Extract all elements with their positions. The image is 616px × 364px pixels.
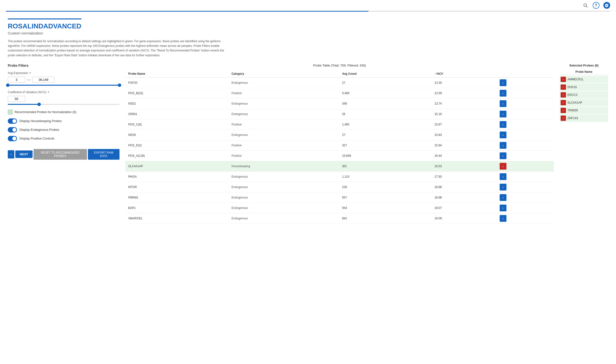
category-cell: Endogenous (229, 78, 339, 88)
cv-cell: 13.30 (432, 78, 497, 88)
toggle-endogenous[interactable] (8, 127, 17, 132)
add-probe-button[interactable]: › (500, 111, 506, 117)
table-row: SMARCB1 Endogenous 842 19.09 › (125, 213, 554, 223)
cv-cell: 15.84 (432, 140, 497, 150)
probe-name-cell: RHOA (125, 171, 229, 182)
cv-cell: 18.88 (432, 182, 497, 192)
category-cell: Positive (229, 150, 339, 161)
col-cv[interactable]: ↑%CV (432, 70, 497, 78)
add-probe-button[interactable]: › (500, 79, 506, 86)
probe-name-cell: POS_B(32) (125, 88, 229, 98)
table-row: HES5 Endogenous 27 15.83 › (125, 130, 554, 140)
add-probe-button[interactable]: › (500, 194, 506, 201)
reset-button[interactable]: RESET TO RECOMMENDED PROBES (34, 149, 87, 160)
list-item: ‹ ZNF143 (560, 115, 608, 122)
category-cell: Endogenous (229, 130, 339, 140)
add-probe-button[interactable]: › (500, 173, 506, 180)
category-cell: Housekeeping (229, 161, 339, 171)
selected-items-container: ‹ AMMECR1L ‹ DHX16 ‹ ERCC3 ‹ SLC4A1AP ‹ … (560, 76, 608, 122)
remove-selected-button[interactable]: ‹ (561, 84, 566, 90)
remove-selected-button[interactable]: ‹ (561, 108, 566, 113)
progress-bar-container (0, 11, 616, 12)
add-probe-button[interactable]: › (500, 205, 506, 211)
selected-col-header: Probe Name (560, 69, 608, 75)
table-row: MTOR Endogenous 228 18.88 › (125, 182, 554, 192)
probe-name-cell: BAP1 (125, 203, 229, 213)
toggle-positive[interactable] (8, 136, 17, 141)
table-row: RHOA Endogenous 1,110 17.93 › (125, 171, 554, 182)
description-text: The probes recommended for normalization… (8, 39, 226, 58)
prev-button[interactable]: ‹ (8, 150, 14, 158)
add-probe-button[interactable]: › (500, 152, 506, 159)
list-item: ‹ AMMECR1L (560, 76, 608, 83)
svg-line-1 (586, 6, 588, 8)
col-avg-count: Avg Count (339, 70, 432, 78)
toggle-housekeeping[interactable] (8, 118, 17, 124)
cv-cell: 15.67 (432, 119, 497, 130)
probe-table: Probe Name Category Avg Count ↑%CV FGF20… (125, 70, 554, 224)
probe-name-cell: SMARCB1 (125, 213, 229, 223)
add-probe-button[interactable]: › (500, 121, 506, 128)
add-probe-button[interactable]: › (500, 100, 506, 107)
list-item: ‹ ERCC3 (560, 91, 608, 99)
category-cell: Positive (229, 88, 339, 98)
search-icon[interactable] (582, 2, 589, 9)
action-cell: › (497, 192, 554, 203)
probe-name-cell: GRIN1 (125, 109, 229, 119)
next-button[interactable]: NEXT (15, 150, 33, 158)
cv-slider[interactable] (8, 104, 120, 105)
table-row: POS_C(8) Positive 1,465 15.67 › (125, 119, 554, 130)
svg-point-0 (584, 4, 587, 7)
remove-selected-button[interactable]: ‹ (561, 100, 566, 105)
progress-fill (6, 11, 369, 12)
category-cell: Endogenous (229, 203, 339, 213)
selected-probe-name: ZNF143 (567, 117, 578, 120)
recommended-row: Recommended Probes for Normalization (6) (8, 110, 120, 115)
col-category: Category (229, 70, 339, 78)
category-cell: Endogenous (229, 98, 339, 109)
columns-layout: Probe Filters Avg Expression ▼ — (8, 64, 608, 224)
add-probe-button[interactable]: › (500, 215, 506, 222)
cv-cell: 13.59 (432, 88, 497, 98)
filters-title: Probe Filters (8, 64, 120, 67)
help-icon[interactable]: ? (593, 2, 600, 9)
cv-cell: 15.16 (432, 109, 497, 119)
cv-input[interactable] (8, 96, 25, 102)
avg-expression-min-input[interactable] (8, 77, 25, 83)
add-probe-button[interactable]: › (500, 131, 506, 138)
action-cell: › (497, 119, 554, 130)
add-probe-button[interactable]: › (500, 142, 506, 149)
avg-count-cell: 842 (339, 213, 432, 223)
avg-count-cell: 228 (339, 182, 432, 192)
cv-cell: 15.83 (432, 130, 497, 140)
toggle-positive-label: Display Positive Controls (19, 137, 55, 140)
cv-input-row (8, 96, 120, 102)
remove-selected-button[interactable]: ‹ (561, 92, 566, 98)
list-item: ‹ SLC4A1AP (560, 99, 608, 106)
table-row: POS_A(128) Positive 15,699 16.44 › (125, 150, 554, 161)
sort-arrow-icon: ↑ (435, 72, 436, 76)
remove-selected-button[interactable]: ‹ (561, 116, 566, 121)
avg-expression-max-input[interactable] (33, 77, 55, 83)
gear-icon[interactable] (603, 2, 610, 9)
add-probe-button[interactable]: › (500, 184, 506, 191)
title-bold: ADVANCED (43, 22, 81, 30)
avg-count-cell: 27 (339, 130, 432, 140)
progress-track (6, 11, 610, 12)
cv-label: Coefficient of Variation (%CV) ▼ (8, 91, 120, 94)
avg-count-cell: 554 (339, 203, 432, 213)
probe-name-cell: FGF20 (125, 78, 229, 88)
table-row: POS_B(32) Positive 5,469 13.59 › (125, 88, 554, 98)
table-title: Probe Table (Total: 709, Filtered: 430) (125, 64, 554, 67)
remove-selected-button[interactable]: ‹ (561, 77, 566, 82)
action-cell: › (497, 109, 554, 119)
avg-count-cell: 301 (339, 161, 432, 171)
remove-probe-button[interactable]: ‹ (500, 163, 506, 170)
avg-count-cell: 25 (339, 109, 432, 119)
export-button[interactable]: EXPORT RAW DATA (88, 149, 120, 160)
page-title: ROSALINDADVANCED (8, 22, 81, 30)
add-probe-button[interactable]: › (500, 90, 506, 97)
avg-expression-range: — (8, 77, 120, 83)
avg-expression-slider[interactable] (8, 85, 120, 86)
cv-cell: 19.09 (432, 213, 497, 223)
